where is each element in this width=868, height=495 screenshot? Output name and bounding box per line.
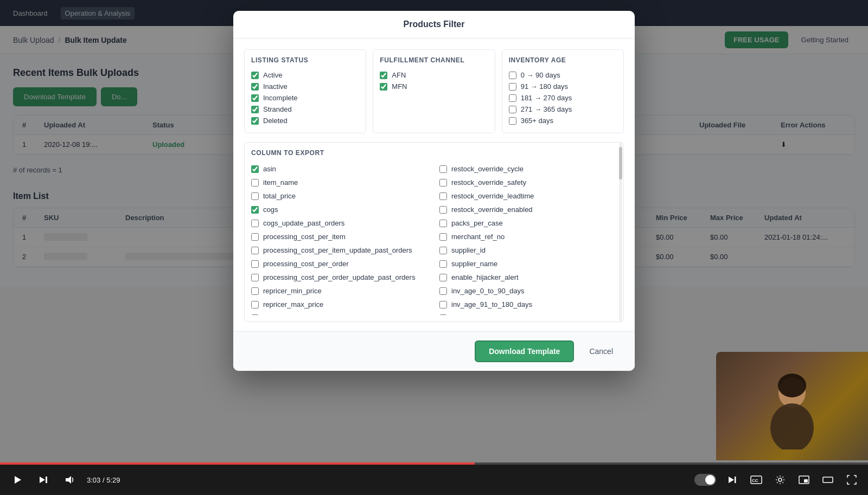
listing-incomplete[interactable]: Incomplete <box>251 92 359 104</box>
play-icon <box>12 474 23 485</box>
progress-bar-fill <box>0 462 475 465</box>
svg-rect-5 <box>46 477 47 483</box>
person-silhouette <box>760 363 825 449</box>
listing-inactive[interactable]: Inactive <box>251 81 359 92</box>
col-restock-override-safety[interactable]: restock_override_safety <box>439 177 617 188</box>
listing-deleted[interactable]: Deleted <box>251 115 359 126</box>
volume-button[interactable] <box>61 471 78 488</box>
scrollbar-track[interactable] <box>619 143 622 322</box>
col-merchant-ref[interactable]: merchant_ref_no <box>439 231 617 242</box>
col-item-name[interactable]: item_name <box>251 177 429 188</box>
age-365-plus[interactable]: 365+ days <box>509 115 617 126</box>
listing-status-title: Listing Status <box>251 56 359 64</box>
listing-status-section: Listing Status Active Inactive Incomplet… <box>244 49 366 133</box>
gear-icon <box>775 475 785 485</box>
miniplayer-icon <box>799 475 809 484</box>
fullscreen-button[interactable] <box>844 472 859 487</box>
svg-marker-6 <box>66 476 71 484</box>
col-supplier-name[interactable]: supplier_name <box>439 258 617 269</box>
col-cogs[interactable]: cogs <box>251 204 429 215</box>
col-processing-cost-order-update[interactable]: processing_cost_per_order_update_past_or… <box>251 272 429 283</box>
controls-row: 3:03 / 5:29 CC <box>0 465 868 495</box>
modal-title: Products Filter <box>404 20 465 29</box>
age-0-90[interactable]: 0 → 90 days <box>509 69 617 81</box>
modal-body: Listing Status Active Inactive Incomplet… <box>233 38 635 331</box>
inventory-age-section: Inventory Age 0 → 90 days 91 → 180 days … <box>502 49 624 133</box>
column-export-section: Column to export asin restock_override_c… <box>244 142 624 322</box>
svg-marker-7 <box>729 477 734 483</box>
col-processing-cost-order[interactable]: processing_cost_per_order <box>251 258 429 269</box>
time-display: 3:03 / 5:29 <box>87 476 120 484</box>
fulfillment-channel-title: Fulfillment Channel <box>380 56 488 64</box>
fulfillment-channel-section: Fulfillment Channel AFN MFN <box>373 49 495 133</box>
columns-grid: asin restock_override_cycle item_name re… <box>251 163 617 315</box>
col-inv-age-0-90[interactable]: inv_age_0_to_90_days <box>439 285 617 297</box>
col-restock-override-cycle[interactable]: restock_override_cycle <box>439 163 617 175</box>
video-container: Dashboard Operation & Analysis Bulk Uplo… <box>0 0 868 495</box>
col-repricer-min-margin[interactable]: repricer_min_margin <box>251 312 429 315</box>
play-next-button[interactable] <box>725 472 740 487</box>
channel-afn[interactable]: AFN <box>380 69 488 81</box>
miniplayer-button[interactable] <box>796 472 812 487</box>
age-271-365[interactable]: 271 → 365 days <box>509 104 617 115</box>
col-inv-age-91-180[interactable]: inv_age_91_to_180_days <box>439 299 617 310</box>
age-181-270[interactable]: 181 → 270 days <box>509 92 617 104</box>
col-cogs-update[interactable]: cogs_update_past_orders <box>251 217 429 229</box>
products-filter-modal: Products Filter Listing Status Active In… <box>233 11 635 371</box>
progress-bar[interactable] <box>0 462 868 465</box>
listing-active[interactable]: Active <box>251 69 359 81</box>
channel-mfn[interactable]: MFN <box>380 81 488 92</box>
col-packs-per-case[interactable]: packs_per_case <box>439 217 617 229</box>
col-processing-cost-item[interactable]: processing_cost_per_item <box>251 231 429 242</box>
col-inv-age-181-270[interactable]: inv_age_181_to_270_days <box>439 312 617 315</box>
col-repricer-min-price[interactable]: repricer_min_price <box>251 285 429 297</box>
svg-marker-4 <box>40 477 45 483</box>
col-total-price[interactable]: total_price <box>251 190 429 202</box>
cc-button[interactable]: CC <box>749 472 764 487</box>
col-repricer-max-price[interactable]: repricer_max_price <box>251 299 429 310</box>
fullscreen-icon <box>847 475 857 485</box>
webcam-overlay <box>716 352 868 460</box>
age-91-180[interactable]: 91 → 180 days <box>509 81 617 92</box>
svg-rect-14 <box>823 477 833 483</box>
skip-button[interactable] <box>35 471 52 488</box>
inventory-age-title: Inventory Age <box>509 56 617 64</box>
modal-cancel-button[interactable]: Cancel <box>580 340 622 362</box>
svg-rect-8 <box>735 477 736 483</box>
total-time: 5:29 <box>106 476 120 484</box>
column-export-title: Column to export <box>251 149 617 157</box>
theater-button[interactable] <box>820 472 835 487</box>
scrollbar-thumb[interactable] <box>619 147 622 179</box>
cc-icon: CC <box>750 475 762 484</box>
modal-header: Products Filter <box>233 11 635 38</box>
volume-icon <box>64 474 75 485</box>
svg-point-1 <box>770 403 814 449</box>
current-time: 3:03 <box>87 476 100 484</box>
theater-icon <box>822 475 833 484</box>
listing-stranded[interactable]: Stranded <box>251 104 359 115</box>
col-enable-hijacker[interactable]: enable_hijacker_alert <box>439 272 617 283</box>
modal-footer: Download Template Cancel <box>233 331 635 371</box>
col-restock-override-leadtime[interactable]: restock_override_leadtime <box>439 190 617 202</box>
modal-download-button[interactable]: Download Template <box>475 340 574 362</box>
svg-text:CC: CC <box>752 478 758 483</box>
svg-point-2 <box>778 374 806 397</box>
svg-marker-3 <box>15 476 21 484</box>
col-processing-cost-item-update[interactable]: processing_cost_per_item_update_past_ord… <box>251 245 429 256</box>
skip-icon <box>38 474 49 485</box>
filter-sections: Listing Status Active Inactive Incomplet… <box>244 49 624 133</box>
play-next-icon <box>727 475 737 485</box>
svg-rect-13 <box>804 479 808 483</box>
autoplay-toggle[interactable] <box>694 474 716 486</box>
settings-button[interactable] <box>773 472 788 487</box>
col-asin[interactable]: asin <box>251 163 429 175</box>
col-restock-override-enabled[interactable]: restock_override_enabled <box>439 204 617 215</box>
webcam-placeholder <box>716 352 868 460</box>
svg-point-11 <box>778 478 782 481</box>
video-controls: 3:03 / 5:29 CC <box>0 462 868 495</box>
play-button[interactable] <box>9 471 26 488</box>
col-supplier-id[interactable]: supplier_id <box>439 245 617 256</box>
